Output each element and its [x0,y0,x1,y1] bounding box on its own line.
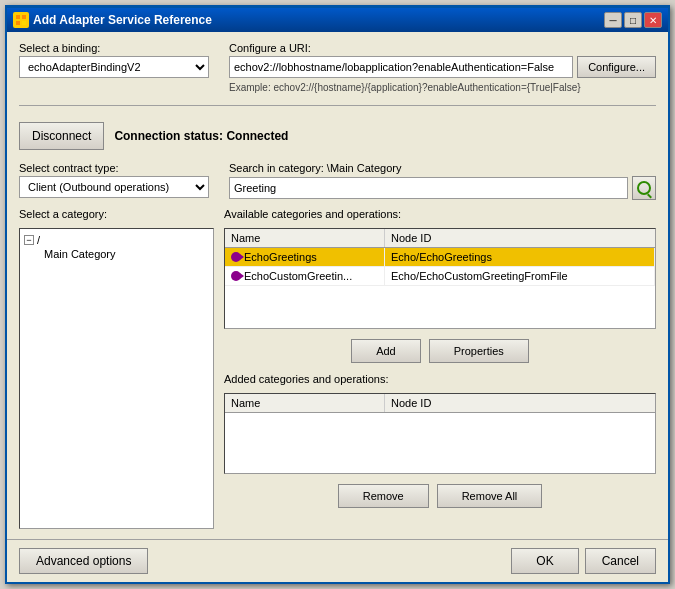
connection-status-value: Connected [226,129,288,143]
binding-dropdown[interactable]: echoAdapterBindingV2 [19,56,209,78]
added-label: Added categories and operations: [224,373,656,385]
ok-button[interactable]: OK [511,548,578,574]
search-button[interactable] [632,176,656,200]
connection-bar: Disconnect Connection status: Connected [19,118,656,154]
added-table-body [225,413,655,473]
available-label: Available categories and operations: [224,208,656,220]
search-group: Search in category: \Main Category [229,162,656,200]
added-table-header: Name Node ID [225,394,655,413]
svg-rect-2 [16,21,20,25]
svg-rect-3 [22,21,26,25]
close-button[interactable]: ✕ [644,12,662,28]
svg-rect-1 [22,15,26,19]
contract-search-row: Select contract type: Client (Outbound o… [19,162,656,200]
divider-1 [19,105,656,106]
window-icon [13,12,29,28]
minimize-button[interactable]: ─ [604,12,622,28]
svg-rect-0 [16,15,20,19]
title-bar: Add Adapter Service Reference ─ □ ✕ [7,8,668,32]
window-title: Add Adapter Service Reference [33,13,212,27]
available-row-1-name: EchoCustomGreetin... [225,267,385,285]
cancel-button[interactable]: Cancel [585,548,656,574]
search-label: Search in category: \Main Category [229,162,656,174]
remove-all-button[interactable]: Remove All [437,484,543,508]
tree-main-category[interactable]: Main Category [44,247,209,261]
category-tree[interactable]: − / Main Category [19,228,214,529]
available-table-body: EchoGreetings Echo/EchoGreetings EchoCus… [225,248,655,328]
available-row-1-nodeid: Echo/EchoCustomGreetingFromFile [385,267,655,285]
left-panel: Select a category: − / Main Category [19,208,214,529]
search-input[interactable] [229,177,628,199]
tree-root-label: / [37,234,40,246]
available-row-0[interactable]: EchoGreetings Echo/EchoGreetings [225,248,655,267]
uri-example: Example: echov2://{hostname}/{applicatio… [229,82,656,93]
available-row-0-name: EchoGreetings [225,248,385,266]
contract-group: Select contract type: Client (Outbound o… [19,162,219,200]
uri-label: Configure a URI: [229,42,656,54]
remove-button[interactable]: Remove [338,484,429,508]
added-col-nodeid: Node ID [385,394,655,412]
uri-input-row: Configure... [229,56,656,78]
added-table: Name Node ID [224,393,656,474]
configure-button[interactable]: Configure... [577,56,656,78]
available-col-name: Name [225,229,385,247]
advanced-options-button[interactable]: Advanced options [19,548,148,574]
title-buttons: ─ □ ✕ [604,12,662,28]
binding-group: Select a binding: echoAdapterBindingV2 [19,42,219,93]
search-row [229,176,656,200]
tree-root[interactable]: − / [24,233,209,247]
title-bar-left: Add Adapter Service Reference [13,12,212,28]
right-panel: Available categories and operations: Nam… [224,208,656,529]
disconnect-button[interactable]: Disconnect [19,122,104,150]
dialog-content: Select a binding: echoAdapterBindingV2 C… [7,32,668,539]
contract-dropdown[interactable]: Client (Outbound operations) [19,176,209,198]
uri-input[interactable] [229,56,573,78]
available-col-nodeid: Node ID [385,229,655,247]
tree-expand-icon[interactable]: − [24,235,34,245]
bottom-bar: Advanced options OK Cancel [7,539,668,582]
connection-status-label: Connection status: Connected [114,129,288,143]
available-row-0-nodeid: Echo/EchoGreetings [385,248,655,266]
added-col-name: Name [225,394,385,412]
bottom-right-buttons: OK Cancel [511,548,656,574]
remove-btns: Remove Remove All [224,480,656,512]
main-window: Add Adapter Service Reference ─ □ ✕ Sele… [5,5,670,584]
uri-group: Configure a URI: Configure... Example: e… [229,42,656,93]
category-label: Select a category: [19,208,214,220]
binding-label: Select a binding: [19,42,219,54]
search-icon [637,181,651,195]
available-row-1[interactable]: EchoCustomGreetin... Echo/EchoCustomGree… [225,267,655,286]
operation-icon-0 [231,252,241,262]
binding-uri-row: Select a binding: echoAdapterBindingV2 C… [19,42,656,93]
available-table-header: Name Node ID [225,229,655,248]
tree-child-label: Main Category [44,248,116,260]
properties-button[interactable]: Properties [429,339,529,363]
operation-icon-1 [231,271,241,281]
main-area: Select a category: − / Main Category Ava… [19,208,656,529]
available-table: Name Node ID EchoGreetings Echo/EchoGree… [224,228,656,329]
add-button[interactable]: Add [351,339,421,363]
contract-label: Select contract type: [19,162,219,174]
add-props-btns: Add Properties [224,335,656,367]
maximize-button[interactable]: □ [624,12,642,28]
